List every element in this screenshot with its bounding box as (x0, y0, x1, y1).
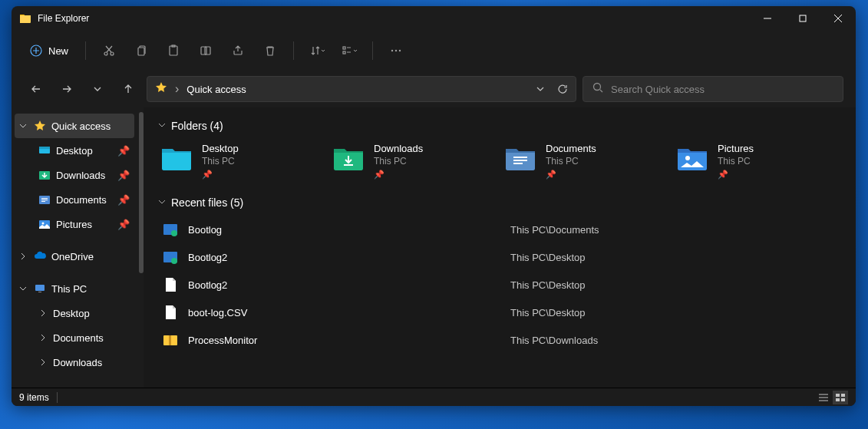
sidebar-item-label: Documents (56, 194, 113, 206)
chevron-down-icon (157, 196, 167, 209)
view-button[interactable] (334, 37, 365, 64)
folder-location: This PC (374, 156, 423, 167)
svg-rect-4 (138, 48, 144, 55)
up-button[interactable] (116, 77, 140, 101)
recent-file-row[interactable]: ProcessMonitor This PC\Downloads (157, 327, 842, 353)
svg-rect-16 (39, 147, 50, 149)
folder-name: Documents (546, 143, 596, 154)
svg-rect-21 (41, 201, 45, 202)
sidebar-item-tp-downloads[interactable]: Downloads (15, 350, 134, 375)
address-dropdown-button[interactable] (536, 84, 545, 94)
copy-button[interactable] (126, 37, 157, 64)
statusbar: 9 items (12, 388, 856, 406)
recent-locations-button[interactable] (85, 77, 110, 101)
sidebar-item-tp-desktop[interactable]: Desktop (15, 301, 134, 325)
pin-icon: 📌 (117, 145, 130, 157)
sidebar-item-this-pc[interactable]: This PC (15, 276, 134, 301)
pin-icon: 📌 (117, 170, 130, 181)
sidebar-item-desktop[interactable]: Desktop 📌 (15, 138, 134, 163)
sidebar-scrollbar[interactable] (139, 112, 144, 273)
maximize-button[interactable] (785, 6, 820, 31)
share-button[interactable] (223, 37, 253, 64)
address-bar[interactable]: › Quick access (147, 76, 576, 102)
cut-button[interactable] (94, 37, 124, 64)
folder-pictures[interactable]: Pictures This PC 📌 (673, 140, 827, 183)
documents-folder-icon (504, 143, 536, 172)
folder-downloads[interactable]: Downloads This PC 📌 (329, 140, 483, 183)
rename-button[interactable] (190, 37, 221, 64)
sidebar-item-tp-documents[interactable]: Documents (15, 325, 134, 350)
svg-rect-5 (170, 46, 177, 55)
sidebar-item-onedrive[interactable]: OneDrive (15, 244, 134, 269)
toolbar-separator (293, 41, 294, 60)
svg-point-3 (111, 52, 114, 55)
cloud-icon (33, 249, 47, 263)
pin-icon: 📌 (718, 170, 754, 180)
recent-files-list: Bootlog This PC\Documents Bootlog2 This … (157, 216, 842, 353)
svg-point-12 (395, 50, 397, 51)
recent-file-name: Bootlog2 (188, 279, 510, 291)
documents-icon (38, 193, 51, 206)
chevron-right-icon (38, 309, 48, 317)
back-button[interactable] (24, 77, 48, 101)
pin-icon: 📌 (374, 170, 423, 180)
sidebar-item-label: Desktop (53, 308, 130, 319)
large-icons-view-button[interactable] (833, 391, 848, 404)
sidebar-item-pictures[interactable]: Pictures 📌 (15, 212, 134, 236)
search-input[interactable] (611, 84, 833, 95)
recent-file-path: This PC\Desktop (510, 279, 586, 291)
more-button[interactable] (381, 37, 411, 64)
delete-button[interactable] (255, 37, 285, 64)
pin-icon: 📌 (546, 170, 596, 180)
new-button-label: New (48, 45, 68, 57)
svg-rect-36 (169, 335, 171, 345)
navbar: › Quick access (12, 71, 856, 107)
pin-icon: 📌 (202, 170, 239, 180)
recent-file-row[interactable]: Bootlog This PC\Documents (157, 216, 842, 243)
close-button[interactable] (820, 6, 856, 31)
folders-group-header[interactable]: Folders (4) (157, 120, 842, 132)
document-file-icon (162, 304, 179, 321)
svg-rect-24 (35, 285, 45, 291)
sidebar-item-downloads[interactable]: Downloads 📌 (15, 163, 134, 187)
sidebar-item-documents[interactable]: Documents 📌 (15, 187, 134, 212)
sidebar-item-label: Desktop (56, 145, 113, 157)
refresh-button[interactable] (557, 84, 568, 94)
recent-file-name: Bootlog2 (188, 252, 510, 263)
navigation-pane: Quick access Desktop 📌 Downloads 📌 Docum… (12, 107, 144, 388)
recent-file-row[interactable]: Bootlog2 This PC\Desktop (157, 244, 842, 270)
folder-desktop[interactable]: Desktop This PC 📌 (157, 140, 311, 183)
sidebar-item-label: Downloads (56, 170, 113, 181)
sort-button[interactable] (302, 37, 332, 64)
sidebar-item-label: Quick access (51, 120, 130, 132)
svg-point-11 (391, 50, 393, 51)
recent-file-path: This PC\Downloads (510, 335, 598, 346)
svg-point-32 (171, 230, 177, 236)
details-view-button[interactable] (816, 391, 831, 404)
sidebar-item-label: Documents (53, 332, 130, 344)
toolbar: New (12, 31, 856, 71)
minimize-button[interactable] (750, 6, 785, 31)
address-text: Quick access (186, 84, 528, 95)
forward-button[interactable] (54, 77, 79, 101)
search-box[interactable] (583, 76, 843, 102)
sidebar-item-quick-access[interactable]: Quick access (15, 114, 134, 138)
svg-rect-29 (513, 163, 523, 164)
paste-button[interactable] (158, 37, 189, 64)
sidebar-item-label: Downloads (53, 357, 130, 368)
recent-file-name: Bootlog (188, 224, 510, 236)
recent-file-name: ProcessMonitor (188, 335, 510, 346)
svg-point-13 (399, 50, 401, 51)
folder-name: Desktop (202, 143, 239, 154)
svg-rect-39 (836, 398, 840, 401)
new-button[interactable]: New (21, 40, 78, 61)
document-file-icon (162, 276, 179, 293)
recent-file-row[interactable]: boot-log.CSV This PC\Desktop (157, 299, 842, 325)
svg-point-14 (594, 84, 601, 91)
folder-documents[interactable]: Documents This PC 📌 (501, 140, 655, 183)
svg-rect-10 (343, 51, 345, 54)
recent-group-header[interactable]: Recent files (5) (157, 196, 842, 209)
downloads-icon (38, 168, 51, 182)
folder-location: This PC (202, 156, 239, 167)
recent-file-row[interactable]: Bootlog2 This PC\Desktop (157, 272, 842, 298)
